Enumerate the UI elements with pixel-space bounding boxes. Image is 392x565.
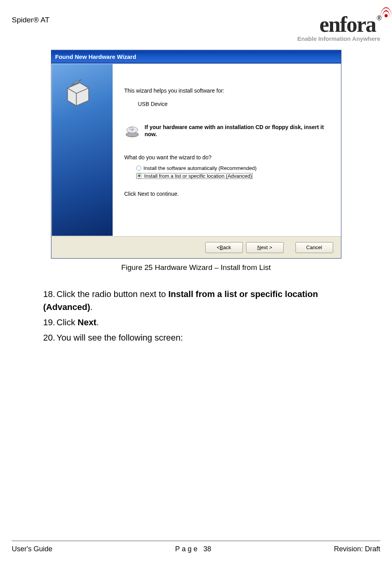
wizard-button-row: < Back Next > Cancel bbox=[51, 236, 341, 258]
radio-install-auto[interactable]: Install the software automatically (Reco… bbox=[136, 165, 333, 171]
radio-icon bbox=[137, 173, 142, 179]
figure-caption: Figure 25 Hardware Wizard – Install from… bbox=[51, 263, 341, 272]
footer-page: Page 38 bbox=[175, 545, 211, 553]
back-button[interactable]: < Back bbox=[205, 242, 243, 253]
wizard-sidebar bbox=[52, 64, 113, 236]
svg-marker-0 bbox=[67, 83, 89, 106]
cancel-button[interactable]: Cancel bbox=[295, 242, 333, 253]
next-button[interactable]: Next > bbox=[246, 242, 284, 253]
radio-install-from-list[interactable]: Install from a list or specific location… bbox=[136, 173, 253, 179]
hardware-wizard-dialog: Found New Hardware Wizard This wizard he… bbox=[51, 50, 341, 259]
hardware-box-icon bbox=[60, 76, 96, 111]
radio-label: Install from a list or specific location… bbox=[144, 173, 252, 179]
wizard-intro-text: This wizard helps you install software f… bbox=[124, 87, 333, 94]
product-name: Spider® AT bbox=[12, 12, 49, 24]
instruction-steps: 18.Click the radio button next to Instal… bbox=[43, 288, 349, 344]
brand-logo: enfora® Enable Information Anywhere bbox=[297, 12, 380, 42]
cd-drive-icon bbox=[124, 123, 140, 139]
device-name: USB Device bbox=[138, 101, 333, 107]
footer-left: User's Guide bbox=[12, 545, 52, 553]
step-18: 18.Click the radio button next to Instal… bbox=[43, 288, 349, 313]
wizard-question: What do you want the wizard to do? bbox=[124, 154, 333, 160]
footer-right: Revision: Draft bbox=[334, 545, 380, 553]
step-20: 20.You will see the following screen: bbox=[43, 331, 349, 344]
insert-cd-text: If your hardware came with an installati… bbox=[145, 124, 333, 138]
radio-label: Install the software automatically (Reco… bbox=[144, 165, 257, 171]
radio-icon bbox=[136, 166, 141, 171]
step-19: 19.Click Next. bbox=[43, 316, 349, 329]
continue-text: Click Next to continue. bbox=[124, 191, 333, 197]
dialog-titlebar: Found New Hardware Wizard bbox=[51, 50, 341, 64]
